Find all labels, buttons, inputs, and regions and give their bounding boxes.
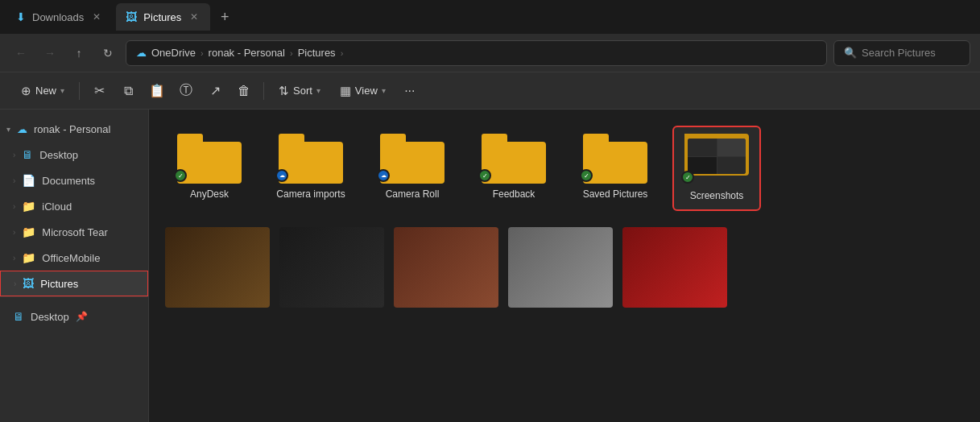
breadcrumb-onedrive[interactable]: OneDrive (151, 47, 196, 59)
tab-bar: ⬇ Downloads ✕ 🖼 Pictures ✕ + (0, 0, 980, 34)
image-thumb-5[interactable] (622, 227, 727, 308)
folder-camera-imports-label: Camera imports (276, 188, 345, 201)
image-thumb-3[interactable] (394, 227, 498, 308)
view-chevron-icon: ▾ (382, 86, 386, 95)
microsoft-folder-icon: 📁 (22, 225, 35, 238)
address-bar-row: ← → ↑ ↻ ☁ OneDrive › ronak - Personal › … (0, 34, 980, 72)
paste-button[interactable]: 📋 (144, 78, 170, 104)
sidebar-parent-label: ronak - Personal (34, 123, 110, 135)
cut-button[interactable]: ✂ (86, 78, 112, 104)
image-thumb-4[interactable] (508, 227, 613, 308)
refresh-button[interactable]: ↻ (97, 42, 119, 64)
pictures-nav-icon: 🖼 (23, 277, 34, 290)
sort-chevron-icon: ▾ (316, 86, 320, 95)
share-button[interactable]: ↗ (202, 78, 228, 104)
sidebar-chevron-office: › (13, 254, 15, 263)
new-plus-icon: ⊕ (21, 84, 31, 98)
folder-anydesk-thumbnail: ✓ (177, 132, 242, 184)
sidebar-item-pictures[interactable]: › 🖼 Pictures (0, 271, 148, 296)
view-button[interactable]: ▦ View ▾ (332, 78, 394, 104)
folder-screenshots[interactable]: ✓ Screenshots (672, 126, 761, 211)
sidebar-chevron-documents: › (13, 176, 15, 185)
tab-pictures-label: Pictures (143, 11, 181, 23)
sidebar-parent-onedrive[interactable]: ▾ ☁ ronak - Personal (0, 116, 148, 142)
sidebar-chevron-icloud: › (13, 202, 15, 211)
back-button[interactable]: ← (10, 42, 32, 64)
download-icon: ⬇ (16, 10, 26, 23)
tab-pictures-close[interactable]: ✕ (188, 10, 201, 23)
sidebar-item-icloud[interactable]: › 📁 iCloud (0, 193, 148, 219)
view-icon: ▦ (340, 84, 351, 98)
sidebar-item-microsoft[interactable]: › 📁 Microsoft Tear (0, 219, 148, 245)
search-box[interactable]: 🔍 Search Pictures (833, 40, 970, 66)
camera-imports-status-badge: ☁ (275, 169, 288, 182)
tab-downloads[interactable]: ⬇ Downloads ✕ (6, 3, 113, 31)
tab-pictures[interactable]: 🖼 Pictures ✕ (116, 3, 210, 31)
feedback-status-badge: ✓ (478, 169, 491, 182)
onedrive-cloud-icon: ☁ (136, 47, 147, 59)
icloud-icon: 📁 (22, 200, 35, 213)
copy-button[interactable]: ⧉ (115, 78, 141, 104)
folder-grid: ✓ AnyDesk ☁ Camera imports ☁ (165, 126, 964, 211)
rename-button[interactable]: Ⓣ (173, 78, 199, 104)
screenshots-preview (688, 139, 746, 174)
sidebar-item-desktop-bottom[interactable]: 🖥 Desktop 📌 (0, 304, 148, 329)
tab-downloads-label: Downloads (32, 11, 84, 23)
folder-camera-imports-thumbnail: ☁ (279, 132, 343, 184)
saved-pictures-status-badge: ✓ (580, 169, 593, 182)
sort-icon: ⇅ (279, 84, 289, 98)
sort-button[interactable]: ⇅ Sort ▾ (271, 78, 329, 104)
folder-camera-imports[interactable]: ☁ Camera imports (267, 126, 355, 211)
breadcrumb-personal[interactable]: ronak - Personal (209, 47, 285, 59)
folder-camera-roll-thumbnail: ☁ (380, 132, 445, 184)
search-icon: 🔍 (844, 47, 857, 59)
address-box[interactable]: ☁ OneDrive › ronak - Personal › Pictures… (126, 40, 827, 66)
file-area: ✓ AnyDesk ☁ Camera imports ☁ (149, 110, 980, 422)
tab-downloads-close[interactable]: ✕ (90, 10, 103, 23)
camera-roll-status-badge: ☁ (377, 169, 390, 182)
forward-button[interactable]: → (39, 42, 61, 64)
new-button[interactable]: ⊕ New ▾ (13, 78, 72, 104)
sidebar-chevron-personal: ▾ (6, 125, 10, 134)
desktop-bottom-icon: 🖥 (13, 310, 24, 323)
sidebar-chevron-microsoft: › (13, 228, 15, 237)
toolbar: ⊕ New ▾ ✂ ⧉ 📋 Ⓣ ↗ 🗑 ⇅ Sort ▾ ▦ View ▾ ··… (0, 72, 980, 110)
toolbar-separator-2 (263, 82, 264, 100)
folder-saved-pictures[interactable]: ✓ Saved Pictures (571, 126, 660, 211)
image-grid (165, 227, 964, 308)
up-button[interactable]: ↑ (68, 42, 90, 64)
delete-button[interactable]: 🗑 (231, 78, 257, 104)
folder-feedback-thumbnail: ✓ (482, 132, 546, 184)
sidebar-item-officemobile[interactable]: › 📁 OfficeMobile (0, 245, 148, 271)
folder-screenshots-thumbnail: ✓ (684, 134, 749, 185)
documents-icon: 📄 (22, 174, 35, 187)
screenshots-status-badge: ✓ (681, 171, 694, 184)
pictures-icon: 🖼 (126, 10, 137, 23)
sidebar: ▾ ☁ ronak - Personal › 🖥 Desktop › 📄 Doc… (0, 110, 149, 422)
office-folder-icon: 📁 (22, 251, 35, 264)
more-button[interactable]: ··· (397, 78, 423, 104)
folder-saved-pictures-thumbnail: ✓ (583, 132, 647, 184)
sidebar-item-documents[interactable]: › 📄 Documents (0, 168, 148, 193)
sidebar-chevron-desktop: › (13, 151, 15, 159)
folder-screenshots-label: Screenshots (690, 190, 744, 203)
search-placeholder-text: Search Pictures (862, 47, 936, 59)
main-content: ▾ ☁ ronak - Personal › 🖥 Desktop › 📄 Doc… (0, 110, 980, 422)
folder-saved-pictures-label: Saved Pictures (583, 188, 648, 201)
image-thumb-1[interactable] (165, 227, 270, 308)
image-thumb-2[interactable] (279, 227, 384, 308)
folder-camera-roll-label: Camera Roll (386, 188, 440, 201)
sidebar-bottom: 🖥 Desktop 📌 (0, 296, 148, 329)
anydesk-status-badge: ✓ (174, 169, 187, 182)
folder-camera-roll[interactable]: ☁ Camera Roll (368, 126, 457, 211)
toolbar-separator-1 (79, 82, 80, 100)
desktop-icon: 🖥 (22, 148, 33, 161)
breadcrumb-pictures[interactable]: Pictures (298, 47, 336, 59)
new-tab-button[interactable]: + (213, 6, 236, 28)
folder-anydesk[interactable]: ✓ AnyDesk (165, 126, 254, 211)
folder-feedback[interactable]: ✓ Feedback (469, 126, 558, 211)
sidebar-item-desktop[interactable]: › 🖥 Desktop (0, 142, 148, 168)
sidebar-chevron-pictures: › (14, 279, 16, 288)
pin-icon: 📌 (76, 311, 88, 322)
onedrive-sidebar-icon: ☁ (17, 123, 27, 135)
